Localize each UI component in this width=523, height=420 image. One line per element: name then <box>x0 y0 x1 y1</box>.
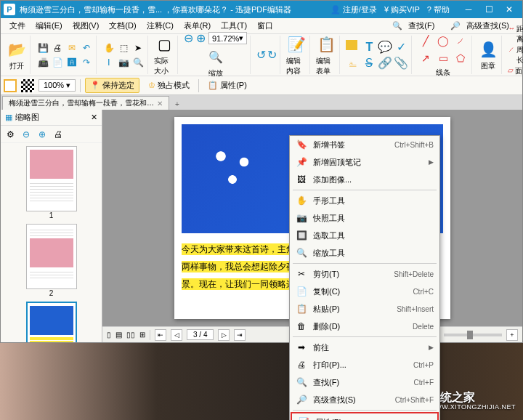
zoom-input[interactable]: 91.72% ▾ <box>208 32 247 44</box>
menu-file[interactable]: 文件 <box>5 19 30 33</box>
menu-document[interactable]: 文档(D) <box>105 19 140 33</box>
hand-tool-icon[interactable]: ✋ <box>102 41 115 54</box>
last-page-button[interactable]: ⇥ <box>234 329 246 341</box>
layout-cont-icon[interactable]: ▤ <box>115 331 122 339</box>
properties-button[interactable]: 📋 属性(P) <box>203 78 251 92</box>
thumbnail-2[interactable]: 2 <box>4 224 99 297</box>
sb-print-icon[interactable]: 🖨 <box>52 128 65 141</box>
text-tool-icon[interactable]: T <box>362 40 376 54</box>
prev-page-button[interactable]: ◁ <box>171 329 182 341</box>
first-page-button[interactable]: ⇤ <box>155 329 166 341</box>
zoom-slider[interactable] <box>444 334 502 336</box>
pointer-tool-icon[interactable]: ➤ <box>131 41 145 54</box>
ctx-paste[interactable]: 📋 粘贴(P) Shift+Insert <box>290 300 439 318</box>
menu-window[interactable]: 窗口 <box>253 19 277 33</box>
ctx-properties[interactable]: 📝 属性(P)... <box>292 413 437 420</box>
register-link[interactable]: 👤 注册/登录 <box>331 4 377 15</box>
exclusive-mode-toggle[interactable]: ♔ 独占模式 <box>144 78 194 92</box>
sb-options-icon[interactable]: ⚙ <box>4 128 17 141</box>
select-tool-icon[interactable]: ⬚ <box>117 41 130 54</box>
zoom-tool-icon[interactable]: 🔍 <box>131 56 145 69</box>
sb-zoomin-icon[interactable]: ⊕ <box>36 128 49 141</box>
ctx-new-bookmark[interactable]: 🔖 新增书签 Ctrl+Shift+B <box>290 136 439 153</box>
ctx-find[interactable]: 🔍 查找(F) Ctrl+F <box>290 373 439 391</box>
ctx-select-tool[interactable]: 🔲 选取工具 <box>290 227 439 244</box>
menu-comment[interactable]: 注释(C) <box>142 19 178 33</box>
sidebar-close-icon[interactable]: ✕ <box>91 113 97 122</box>
close-button[interactable]: ✕ <box>499 1 519 18</box>
ctx-new-sticky[interactable]: 📌 新增固顶笔记 ▶ <box>290 153 439 171</box>
save-icon[interactable]: 💾 <box>36 41 49 54</box>
ctx-print[interactable]: 🖨 打印(P)... Ctrl+P <box>290 356 439 373</box>
ctx-hand-tool[interactable]: ✋ 手形工具 <box>290 192 439 209</box>
sb-zoomout-icon[interactable]: ⊖ <box>20 128 33 141</box>
actual-size-button[interactable]: ▢ 实际大小 <box>154 34 174 76</box>
snapshot-icon[interactable]: 📷 <box>117 56 130 69</box>
zoom-in-status-button[interactable]: + <box>506 329 518 341</box>
layout-facing-icon[interactable]: ▯▯ <box>126 331 135 339</box>
layout-cont-facing-icon[interactable]: ⊞ <box>139 331 145 339</box>
text-select-icon[interactable]: Ⅰ <box>102 56 115 69</box>
zoom-in-icon[interactable]: ⊕ <box>196 31 206 45</box>
adv-find-icon: 🔎 <box>296 394 307 405</box>
thumbnail-1[interactable]: 1 <box>4 146 99 219</box>
ctx-cut[interactable]: ✂ 剪切(T) Shift+Delete <box>290 265 439 283</box>
next-page-button[interactable]: ▷ <box>218 329 230 341</box>
stamp-icon[interactable]: ✓ <box>394 40 408 54</box>
arrow-icon[interactable]: ↗ <box>418 50 434 66</box>
tab-add-button[interactable]: + <box>169 99 185 110</box>
page-indicator[interactable]: 3 / 4 <box>187 329 214 340</box>
distance-button[interactable]: ↔距离 <box>508 24 523 44</box>
ctx-goto[interactable]: ➡ 前往 ▶ <box>290 339 439 356</box>
maximize-button[interactable]: ☐ <box>479 1 499 18</box>
keep-selected-toggle[interactable]: 📍 保持选定 <box>85 78 139 93</box>
stamp-button[interactable]: 👤 图章 <box>478 39 498 71</box>
undo-icon[interactable]: ↶ <box>80 41 93 54</box>
pattern-button[interactable] <box>21 79 34 92</box>
zoom-button[interactable]: 🔍 缩放 <box>206 47 226 78</box>
convert-icon[interactable]: 📄 <box>51 56 64 69</box>
ocr-icon[interactable]: 🅰 <box>65 56 78 69</box>
edit-content-button[interactable]: 📝 编辑内容 <box>286 34 307 76</box>
ctx-zoom-tool[interactable]: 🔍 缩放工具 <box>290 244 439 262</box>
help-link[interactable]: ? 帮助 <box>427 4 450 15</box>
document-tab[interactable]: 梅须逊雪三分白，雪却输梅一段香，雪花和梅花，你... ✕ <box>2 96 169 110</box>
zoom-out-icon[interactable]: ⊖ <box>184 31 193 45</box>
polyline-icon[interactable]: ⟋ <box>453 33 469 49</box>
rotate-right-icon[interactable]: ↻ <box>267 48 277 62</box>
opacity-input[interactable]: 100% ▾ <box>38 79 76 92</box>
thumbnail-3[interactable]: 3 <box>4 302 99 342</box>
note-icon[interactable]: 💬 <box>378 40 392 54</box>
tab-close-icon[interactable]: ✕ <box>157 100 163 108</box>
ctx-snapshot-tool[interactable]: 📷 快照工具 <box>290 209 439 227</box>
ctx-delete[interactable]: 🗑 删除(D) Delete <box>290 318 439 335</box>
ctx-adv-find[interactable]: 🔎 高级查找(S) Ctrl+Shift+F <box>290 391 439 408</box>
line-icon[interactable]: ╱ <box>418 33 434 49</box>
redo-icon[interactable]: ↷ <box>80 56 93 69</box>
rect-icon[interactable]: ▭ <box>435 50 451 66</box>
page-nav-button[interactable] <box>4 79 17 92</box>
polygon-icon[interactable]: ⬠ <box>453 50 469 66</box>
ctx-copy[interactable]: 📄 复制(C) Ctrl+C <box>290 283 439 300</box>
ctx-add-image[interactable]: 🖼 添加图像... <box>290 171 439 188</box>
rotate-left-icon[interactable]: ↺ <box>256 48 266 62</box>
mail-icon[interactable]: ✉ <box>65 41 78 54</box>
oval-icon[interactable]: ◯ <box>435 33 451 49</box>
buy-vip-link[interactable]: ¥ 购买VIP <box>384 4 420 15</box>
scan-icon[interactable]: 📠 <box>36 56 49 69</box>
print-icon[interactable]: 🖨 <box>51 41 64 54</box>
underline-icon[interactable]: ⎁ <box>346 56 360 70</box>
menu-view[interactable]: 视图(V) <box>68 19 104 33</box>
link-icon[interactable]: 🔗 <box>378 56 392 70</box>
layout-single-icon[interactable]: ▯ <box>107 331 111 339</box>
copy-icon: 📄 <box>296 286 307 297</box>
menu-edit[interactable]: 编辑(E) <box>31 19 67 33</box>
edit-form-button[interactable]: 📋 编辑表单 <box>316 34 336 76</box>
highlight-icon[interactable] <box>346 40 357 50</box>
perimeter-button[interactable]: ⟋周长 <box>508 45 523 65</box>
strikeout-icon[interactable]: S̶ <box>362 56 376 70</box>
image-icon: 🖼 <box>296 174 307 185</box>
minimize-button[interactable]: ─ <box>458 1 479 18</box>
attach-icon[interactable]: 📎 <box>394 56 408 70</box>
open-button[interactable]: 📂 打开 <box>7 39 27 71</box>
